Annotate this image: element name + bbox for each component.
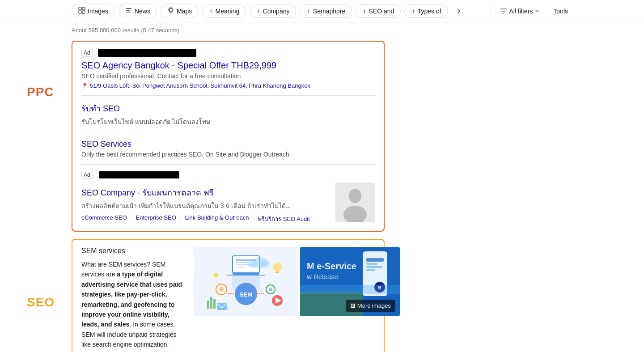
- more-images-button[interactable]: 🖼 More images: [346, 300, 395, 312]
- sub-ad1-title[interactable]: รับทำ SEO: [81, 102, 375, 115]
- filter-chip-types-of[interactable]: + Types of: [404, 4, 448, 18]
- ad2-title[interactable]: SEO Company - รับแผนการตลาด ฟรี: [81, 186, 328, 199]
- news-chip-label: News: [135, 8, 150, 15]
- svg-rect-42: [366, 263, 377, 265]
- ad2-link-3[interactable]: Link Building & Outreach: [185, 214, 249, 224]
- meaning-chip-label: Meaning: [216, 8, 240, 15]
- svg-point-30: [247, 260, 258, 268]
- svg-rect-35: [207, 301, 209, 309]
- svg-point-27: [273, 263, 282, 271]
- images-icon: [78, 7, 85, 15]
- more-images-camera-icon: 🖼: [350, 303, 356, 309]
- ad2-content: SEO Company - รับแผนการตลาด ฟรี สร้างผลล…: [81, 182, 328, 224]
- meaning-plus-icon: +: [209, 8, 213, 15]
- more-chips-button[interactable]: [452, 4, 466, 18]
- sem-text: What are SEM services? SEM services are …: [81, 259, 187, 350]
- filter-chip-seo-and[interactable]: + SEO and: [356, 4, 401, 18]
- company-plus-icon: +: [256, 8, 260, 15]
- news-icon: [125, 7, 132, 15]
- ad1-address-text: 51/9 Oasis Loft, Soi Pongwet Anusorn Sch…: [90, 82, 310, 89]
- svg-text:M e-Service: M e-Service: [307, 261, 356, 271]
- ppc-label: PPC: [27, 85, 54, 99]
- tools-button[interactable]: Tools: [549, 5, 572, 17]
- svg-rect-34: [217, 303, 227, 310]
- all-filters-button[interactable]: All filters: [496, 5, 544, 17]
- ad2-sep-2: ·: [180, 214, 182, 224]
- ad2-link-4[interactable]: ฟรีบริการ SEO Audit: [258, 214, 310, 224]
- filter-chip-company[interactable]: + Company: [250, 4, 296, 18]
- main-content: PPC About 595,000,000 results (0.47 seco…: [0, 22, 644, 352]
- results-count: About 595,000,000 results (0.47 seconds): [72, 27, 572, 34]
- svg-rect-17: [236, 262, 249, 263]
- ad1-title[interactable]: SEO Agency Bangkok - Special Offer THB29…: [81, 60, 375, 71]
- sub-ad2-title[interactable]: SEO Services: [81, 140, 375, 149]
- svg-rect-2: [79, 11, 81, 13]
- sem-diagram-image: SEM: [194, 247, 298, 316]
- ad2-links: eCommerce SEO · Enterprise SEO · Link Bu…: [81, 214, 328, 224]
- filter-divider: [491, 6, 491, 17]
- svg-rect-44: [366, 269, 375, 271]
- ad1-divider: [81, 95, 375, 96]
- ad2-link-2[interactable]: Enterprise SEO: [136, 214, 176, 224]
- svg-point-23: [219, 287, 224, 292]
- ad2-container: Ad SEO Company - รับแผนการตลาด ฟรี สร้าง…: [81, 171, 375, 224]
- ad-container: Ad SEO Agency Bangkok - Special Offer TH…: [72, 41, 385, 232]
- images-chip-label: Images: [88, 8, 108, 15]
- sem-second-image[interactable]: e M e-Service w Release 🖼 More images: [300, 247, 400, 316]
- tools-label: Tools: [553, 8, 568, 15]
- filter-bar: Images News Maps + Meaning + Company + S…: [0, 0, 644, 22]
- filter-bar-right: All filters Tools: [491, 5, 572, 17]
- seo-label: SEO: [27, 295, 55, 310]
- svg-rect-37: [213, 299, 216, 309]
- maps-chip-label: Maps: [177, 8, 192, 15]
- ad2-tag: Ad: [81, 171, 93, 179]
- types-of-chip-label: Types of: [418, 8, 441, 15]
- ad2-sep-3: ·: [253, 214, 254, 224]
- svg-point-25: [269, 288, 272, 291]
- svg-text:w Release: w Release: [306, 273, 338, 280]
- svg-rect-4: [126, 8, 131, 9]
- svg-text:SEM: SEM: [240, 291, 252, 298]
- pin-icon: 📍: [81, 83, 88, 89]
- svg-rect-50: [300, 285, 400, 294]
- ad1-header-row: Ad: [81, 49, 375, 57]
- sem-images: SEM: [194, 247, 400, 352]
- sem-box: SEM services What are SEM services? SEM …: [72, 239, 385, 352]
- sub-ad1-desc: รับโปรโมทเว็บไซต์ แบบปลอดภัย ไม่โดนลงโทษ: [81, 117, 375, 127]
- ad2-header: Ad: [81, 171, 375, 179]
- sub-ad1-divider: [81, 133, 375, 133]
- svg-rect-28: [275, 271, 279, 273]
- ad2-with-image: SEO Company - รับแผนการตลาด ฟรี สร้างผลล…: [81, 182, 375, 224]
- filter-chip-news[interactable]: News: [119, 4, 157, 18]
- svg-rect-41: [366, 258, 384, 262]
- maps-icon: [167, 7, 174, 15]
- all-filters-label: All filters: [509, 8, 533, 15]
- svg-rect-19: [236, 267, 246, 267]
- svg-rect-14: [233, 273, 259, 275]
- svg-rect-43: [366, 266, 382, 268]
- filter-chip-meaning[interactable]: + Meaning: [202, 4, 246, 18]
- filter-chip-semaphore[interactable]: + Semaphore: [300, 4, 352, 18]
- ad2-divider: [81, 164, 375, 165]
- sem-text-bold: a type of digital advertising service th…: [81, 271, 182, 328]
- ad2-desc: สร้างผลลัพท์ตามเป้า เพิ่มกำไรให้แบรนด์คุ…: [81, 201, 328, 211]
- seo-and-plus-icon: +: [362, 8, 366, 15]
- svg-rect-6: [126, 12, 131, 13]
- svg-rect-0: [79, 7, 81, 10]
- chevron-down-icon: [534, 8, 540, 14]
- filter-chip-images[interactable]: Images: [72, 4, 115, 18]
- ad2-url-bar: [99, 171, 179, 178]
- svg-rect-15: [227, 275, 265, 276]
- company-chip-label: Company: [263, 8, 290, 15]
- sub-ad-1: รับทำ SEO รับโปรโมทเว็บไซต์ แบบปลอดภัย ไ…: [81, 102, 375, 127]
- sem-title: SEM services: [81, 247, 187, 255]
- ad2-link-1[interactable]: eCommerce SEO: [81, 214, 127, 224]
- filter-chip-maps[interactable]: Maps: [161, 4, 199, 18]
- semaphore-plus-icon: +: [306, 8, 310, 15]
- ad1-tag: Ad: [81, 49, 93, 57]
- sem-diagram-svg: SEM: [195, 247, 297, 316]
- ad2-sep-1: ·: [131, 214, 132, 224]
- svg-rect-36: [210, 297, 212, 309]
- sub-ad2-desc: Only the best recommended practices SEO,…: [81, 151, 375, 158]
- filter-icon: [500, 8, 507, 15]
